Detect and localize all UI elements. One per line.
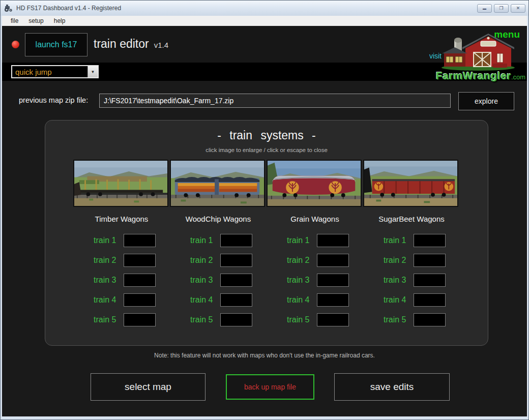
train-row-label: train 2 — [281, 256, 310, 265]
train-row: train 4 — [267, 293, 363, 307]
train-row-label: train 4 — [88, 295, 116, 305]
menubar: file setup help — [2, 16, 527, 26]
map-zip-path-input[interactable] — [99, 94, 451, 108]
train-row: train 3 — [170, 273, 267, 287]
main-area: previous map zip file: explore - train s… — [2, 81, 527, 416]
train-systems-panel: - train systems - click image to enlarge… — [45, 120, 488, 346]
timber-wagons-image[interactable] — [73, 160, 168, 207]
train-input-col3-row2[interactable] — [317, 254, 349, 267]
previous-map-label: previous map zip file: — [19, 96, 88, 104]
column-grain-wagons: Grain Wagons train 1train 2train 3train … — [267, 215, 363, 333]
menu-setup[interactable]: setup — [24, 17, 48, 25]
column-header: SugarBeet Wagons — [363, 215, 460, 226]
column-header: WoodChip Wagons — [170, 215, 267, 226]
close-icon: ✕ — [516, 6, 520, 11]
train-input-col2-row3[interactable] — [220, 274, 252, 287]
train-input-col3-row1[interactable] — [317, 234, 349, 247]
maximize-icon: ❐ — [499, 6, 503, 11]
woodchip-wagons-image[interactable] — [170, 160, 265, 207]
menu-file[interactable]: file — [6, 17, 23, 25]
train-input-col4-row3[interactable] — [414, 274, 446, 287]
train-row: train 3 — [73, 273, 170, 287]
train-row-label: train 4 — [378, 295, 406, 305]
train-row: train 1 — [267, 233, 363, 247]
column-sugarbeet-wagons: SugarBeet Wagons train 1train 2train 3tr… — [363, 215, 460, 333]
train-row: train 1 — [170, 233, 267, 247]
barn-logo-image — [440, 31, 516, 71]
train-input-col2-row1[interactable] — [220, 234, 252, 247]
chevron-down-icon[interactable]: ▼ — [87, 66, 98, 77]
train-input-col1-row3[interactable] — [124, 274, 156, 287]
train-row: train 5 — [363, 313, 460, 326]
train-input-col4-row2[interactable] — [414, 254, 446, 267]
train-row-label: train 2 — [88, 256, 116, 265]
menu-help[interactable]: help — [49, 17, 70, 25]
page-title: train editorv1.4 — [94, 37, 168, 51]
titlebar[interactable]: HD FS17 Dashboard v1.4 - Registered ▬ ❐ … — [1, 1, 528, 16]
save-edits-button[interactable]: save edits — [334, 373, 450, 401]
panel-title: - train systems - — [45, 129, 488, 142]
column-woodchip-wagons: WoodChip Wagons train 1train 2train 3tra… — [170, 215, 267, 333]
page-title-text: train editor — [94, 37, 149, 50]
train-row: train 2 — [170, 253, 267, 267]
train-row-label: train 4 — [185, 295, 213, 305]
train-input-col3-row5[interactable] — [317, 313, 349, 326]
panel-subtitle: click image to enlarge / click or escape… — [45, 147, 488, 153]
train-row: train 4 — [73, 293, 170, 307]
quick-jump-dropdown[interactable]: quick jump ▼ — [11, 65, 99, 78]
status-indicator-dot — [12, 41, 19, 48]
train-row: train 5 — [267, 313, 363, 326]
train-row-label: train 2 — [185, 256, 213, 265]
wagon-images-row — [73, 160, 460, 207]
train-row-label: train 5 — [378, 315, 406, 324]
launch-fs17-button[interactable]: launch fs17 — [25, 33, 87, 56]
explore-button[interactable]: explore — [458, 92, 514, 110]
train-row-label: train 3 — [378, 276, 406, 285]
train-row-label: train 1 — [88, 236, 116, 245]
train-row-label: train 5 — [281, 315, 310, 324]
train-row: train 3 — [363, 273, 460, 287]
train-row-label: train 1 — [281, 236, 310, 245]
train-input-col1-row2[interactable] — [124, 254, 156, 267]
maximize-button[interactable]: ❐ — [494, 4, 509, 13]
quick-jump-selected-value: quick jump — [12, 68, 87, 76]
sugarbeet-wagons-image[interactable] — [363, 160, 458, 207]
train-input-col2-row4[interactable] — [220, 293, 252, 307]
train-row-label: train 5 — [88, 315, 116, 324]
train-row: train 1 — [363, 233, 460, 247]
column-header: Grain Wagons — [267, 215, 363, 226]
train-input-col1-row4[interactable] — [124, 293, 156, 307]
train-input-col4-row5[interactable] — [414, 313, 446, 326]
backup-map-file-button[interactable]: back up map file — [226, 374, 314, 400]
farmwrangler-logo[interactable]: FarmWrangler.com — [436, 31, 520, 82]
train-row-label: train 3 — [185, 276, 213, 285]
minimize-button[interactable]: ▬ — [477, 4, 492, 13]
train-row-label: train 1 — [185, 236, 213, 245]
train-input-col3-row4[interactable] — [317, 293, 349, 307]
close-button[interactable]: ✕ — [511, 4, 525, 13]
train-input-col4-row1[interactable] — [414, 234, 446, 247]
column-header: Timber Wagons — [73, 215, 170, 226]
train-input-col2-row2[interactable] — [220, 254, 252, 267]
grain-wagons-image[interactable] — [267, 160, 362, 207]
train-row-label: train 2 — [378, 256, 406, 265]
app-content: launch fs17 train editorv1.4 menu visit — [2, 26, 527, 416]
train-input-col2-row5[interactable] — [220, 313, 252, 326]
train-row-label: train 4 — [281, 295, 310, 305]
minimize-icon: ▬ — [483, 7, 486, 10]
train-row: train 3 — [267, 273, 363, 287]
train-row: train 1 — [73, 233, 170, 247]
train-row-label: train 3 — [281, 276, 310, 285]
select-map-button[interactable]: select map — [91, 373, 205, 401]
brand-name[interactable]: FarmWrangler — [436, 70, 511, 81]
footer-note: Note: this feature will not work with ma… — [2, 352, 527, 359]
train-input-col1-row5[interactable] — [124, 313, 156, 326]
wagon-columns: Timber Wagons train 1train 2train 3train… — [73, 215, 460, 333]
train-input-col3-row3[interactable] — [317, 274, 349, 287]
train-input-col4-row4[interactable] — [414, 293, 446, 307]
train-row: train 5 — [170, 313, 267, 326]
train-input-col1-row1[interactable] — [124, 234, 156, 247]
column-timber-wagons: Timber Wagons train 1train 2train 3train… — [73, 215, 170, 333]
app-window: HD FS17 Dashboard v1.4 - Registered ▬ ❐ … — [0, 0, 529, 420]
page-version: v1.4 — [154, 41, 168, 49]
